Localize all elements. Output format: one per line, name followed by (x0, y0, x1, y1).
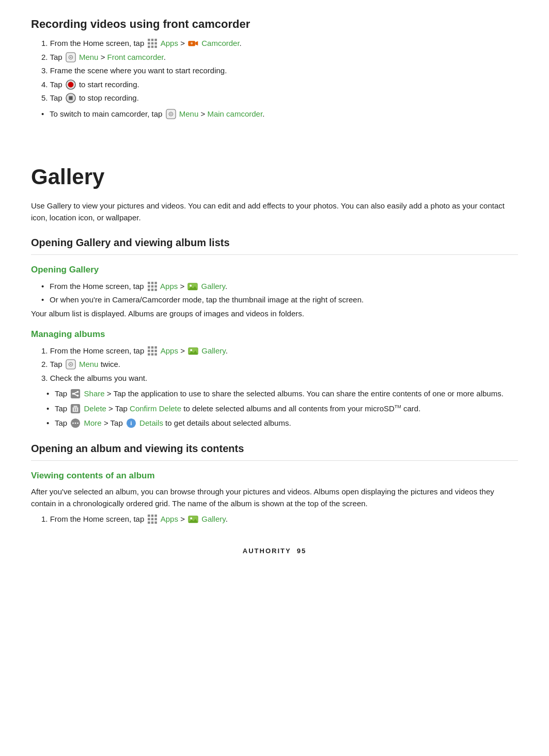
viewing-contents-body: After you've selected an album, you can … (31, 486, 518, 509)
step-1-num: 1. From the Home screen, tap (41, 39, 146, 47)
arrow-2: > (101, 53, 107, 61)
sub-bullet-more-text: Tap (55, 419, 69, 427)
step-4-end: to start recording. (79, 80, 139, 89)
menu-link-1: Menu (79, 53, 99, 61)
gallery-link-1: Gallery (201, 282, 225, 291)
sub-bullet-more: Tap More > Tap Details to get details ab… (46, 417, 518, 429)
apps-icon-3 (147, 346, 158, 356)
menu-icon-2 (166, 109, 176, 119)
view-step-1: 1. From the Home screen, tap Apps > Gall… (31, 513, 518, 525)
arrow-bullet: > (200, 109, 207, 118)
step-2: 2. Tap Menu > Front camcorder. (31, 52, 518, 63)
manage-step-2-text: 2. Tap (41, 360, 65, 368)
step-2-num: 2. Tap (41, 53, 65, 61)
bullet-switch-main: To switch to main camcorder, tap Menu > … (41, 108, 518, 120)
sub-bullet-delete: Tap Delete > Tap Confirm Delete to delet… (46, 403, 518, 415)
camcorder-link-1: Camcorder (201, 39, 239, 47)
manage-step-3: 3. Check the albums you want. (31, 373, 518, 384)
sub-bullet-delete-text: Tap (55, 404, 69, 413)
apps-label-3: Apps (161, 346, 178, 355)
sub-bullet-share: Tap Share > Tap the application to use t… (46, 388, 518, 400)
sub-bullet-delete-middle: > Tap (108, 404, 130, 413)
step-5-end: to stop recording. (79, 93, 139, 102)
details-link: Details (139, 419, 163, 427)
sub-bullet-more-middle: > Tap (104, 419, 125, 427)
gallery-icon-3 (188, 514, 198, 524)
sub-bullet-more-end: to get details about selected albums. (165, 419, 291, 427)
manage-step-1-end: . (226, 346, 228, 355)
record-icon (66, 79, 76, 90)
apps-icon-1 (147, 38, 158, 49)
view-step-1-text: 1. From the Home screen, tap (41, 514, 146, 523)
bullet-end: . (262, 109, 264, 118)
gallery-icon-2 (188, 346, 198, 356)
divider-1 (31, 254, 518, 255)
front-camcorder-link: Front camcorder (107, 53, 164, 61)
viewing-steps: 1. From the Home screen, tap Apps > Gall… (31, 513, 518, 525)
footer-page-number: 95 (297, 547, 306, 555)
gallery-intro: Use Gallery to view your pictures and vi… (31, 200, 518, 223)
managing-steps: 1. From the Home screen, tap Apps > Gall… (31, 345, 518, 384)
delete-icon (70, 404, 81, 414)
step-5-text: 5. Tap (41, 93, 65, 102)
bullet-gallery-camera-text: Or when you're in Camera/Camcorder mode,… (50, 295, 364, 304)
front-camcorder-bullets: To switch to main camcorder, tap Menu > … (41, 108, 518, 120)
delete-link: Delete (84, 404, 106, 413)
section-title-front-camcorder: Recording videos using front camcorder (31, 15, 518, 33)
step-3-text: 3. Frame the scene where you want to sta… (41, 66, 227, 75)
opening-gallery-heading: Opening Gallery and viewing album lists (31, 235, 518, 250)
arrow-v1: > (180, 514, 187, 523)
bullet-gallery-camera: Or when you're in Camera/Camcorder mode,… (41, 294, 518, 306)
manage-step-1-text: 1. From the Home screen, tap (41, 346, 146, 355)
gallery-link-2: Gallery (201, 346, 225, 355)
view-step-1-end: . (226, 514, 228, 523)
sub-bullet-delete-end: to delete selected albums and all conten… (183, 404, 420, 413)
step-5: 5. Tap to stop recording. (31, 92, 518, 104)
step-4: 4. Tap to start recording. (31, 79, 518, 91)
manage-step-2-end: twice. (101, 360, 120, 368)
menu-link-2: Menu (179, 109, 199, 118)
opening-gallery-subheading: Opening Gallery (31, 263, 518, 277)
gallery-title: Gallery (31, 160, 518, 193)
details-icon (126, 418, 136, 428)
album-list-text: Your album list is displayed. Albums are… (31, 308, 518, 320)
sub-bullet-share-desc: > Tap the application to use to share th… (107, 389, 504, 398)
camcorder-icon-1 (188, 38, 198, 49)
step-1-end: . (240, 39, 242, 47)
arrow-m1: > (180, 346, 187, 355)
apps-icon-2 (147, 281, 158, 292)
gallery-icon-1 (187, 281, 198, 292)
manage-sub-bullets: Tap Share > Tap the application to use t… (46, 388, 518, 429)
more-icon (70, 418, 81, 428)
apps-label-1: Apps (161, 39, 178, 47)
front-camcorder-steps: 1. From the Home screen, tap Apps > Camc… (31, 38, 518, 104)
opening-gallery-bullets: From the Home screen, tap Apps > Gallery… (41, 281, 518, 306)
managing-albums-heading: Managing albums (31, 328, 518, 341)
step-3: 3. Frame the scene where you want to sta… (31, 65, 518, 77)
footer: AUTHORITY 95 (31, 546, 518, 556)
opening-album-heading: Opening an album and viewing its content… (31, 441, 518, 456)
gallery-link-3: Gallery (201, 514, 225, 523)
step-2-end: . (164, 53, 166, 61)
menu-link-3: Menu (79, 360, 99, 368)
confirm-delete-link: Confirm Delete (130, 404, 181, 413)
bullet-gallery-text: From the Home screen, tap (50, 282, 146, 291)
stop-icon (66, 93, 76, 103)
footer-label: AUTHORITY (243, 547, 291, 555)
step-1: 1. From the Home screen, tap Apps > Camc… (31, 38, 518, 50)
more-link: More (84, 419, 102, 427)
apps-label-4: Apps (161, 514, 178, 523)
apps-label-2: Apps (160, 282, 178, 291)
bullet-gallery-home: From the Home screen, tap Apps > Gallery… (41, 281, 518, 293)
bullet-switch-text: To switch to main camcorder, tap (50, 109, 165, 118)
main-camcorder-link: Main camcorder (207, 109, 262, 118)
share-icon (70, 389, 81, 399)
divider-2 (31, 460, 518, 461)
menu-icon-3 (66, 359, 76, 369)
manage-step-2: 2. Tap Menu twice. (31, 359, 518, 371)
viewing-contents-subheading: Viewing contents of an album (31, 469, 518, 482)
apps-icon-4 (147, 514, 158, 524)
menu-icon-1 (66, 52, 76, 62)
arrow-1: > (180, 39, 187, 47)
bullet-gallery-end: . (225, 282, 227, 291)
